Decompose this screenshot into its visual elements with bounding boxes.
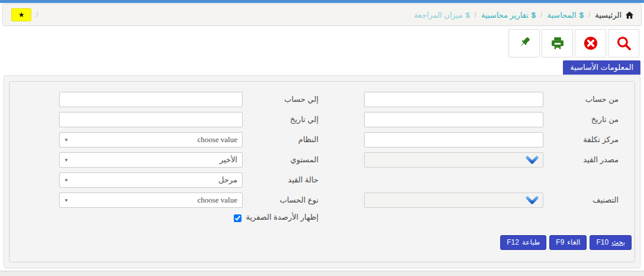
label-entry-source: مصدر القيد: [543, 155, 635, 165]
print-button[interactable]: [542, 29, 573, 57]
search-button-label: بحث: [611, 238, 625, 246]
dollar-icon: $: [465, 11, 469, 20]
cancel-f9-button[interactable]: الغاء F9: [549, 235, 587, 250]
cost-center-input[interactable]: [364, 132, 543, 147]
entry-source-dropdown[interactable]: [364, 152, 543, 168]
filter-fieldset: من حساب إلي حساب من تاريخ إلي تاريخ مركز…: [9, 81, 635, 262]
zero-balance-checkbox[interactable]: [234, 214, 242, 222]
label-to-date: إلي تاريخ: [243, 115, 364, 124]
breadcrumb-separator: /: [588, 11, 590, 19]
star-icon: ★: [18, 11, 25, 18]
chevron-down-icon: [525, 196, 539, 205]
classification-dropdown[interactable]: [364, 192, 543, 208]
account-type-select-value: choose value: [60, 195, 242, 205]
print-f12-button[interactable]: طباعة F12: [500, 235, 546, 250]
toolbar: [0, 26, 644, 60]
label-entry-status: حالة القيد: [243, 175, 364, 185]
breadcrumb-home-link[interactable]: الرئيسية: [595, 11, 634, 20]
breadcrumb-item-label: تقارير محاسبية: [481, 11, 529, 20]
account-type-select[interactable]: choose value ▼: [59, 192, 243, 208]
system-select[interactable]: choose value ▼: [59, 132, 243, 147]
system-select-value: choose value: [60, 135, 242, 145]
search-button[interactable]: [608, 29, 639, 57]
breadcrumb-item-trial-balance[interactable]: $ ميزان المراجعة: [414, 11, 469, 20]
print-button-label: طباعة: [522, 238, 540, 246]
cancel-button-key: F9: [556, 238, 564, 246]
breadcrumb-separator: /: [540, 11, 542, 19]
label-classification: التصنيف: [543, 195, 635, 205]
entry-status-select[interactable]: مرحل ▼: [59, 172, 243, 188]
chevron-down-icon: [525, 156, 539, 165]
level-select-value: الأخير: [60, 155, 242, 165]
footer-strip: [0, 271, 644, 276]
from-date-input[interactable]: [364, 112, 543, 127]
select-arrow-icon: ▼: [64, 178, 69, 183]
breadcrumb-item-label: ميزان المراجعة: [414, 11, 462, 20]
pin-button[interactable]: [508, 29, 540, 57]
tab-basic-information[interactable]: المعلومات الأساسية: [563, 60, 640, 75]
home-icon: [625, 11, 634, 20]
cancel-button-label: الغاء: [567, 238, 580, 246]
breadcrumb-item-accounting-reports[interactable]: $ تقارير محاسبية: [481, 11, 536, 20]
print-button-key: F12: [507, 238, 519, 246]
label-show-zero-balances: إظهار الأرصدة الصفرية: [243, 213, 364, 222]
favorite-button[interactable]: ★: [11, 8, 31, 21]
label-account-type: نوع الحساب: [243, 195, 364, 205]
label-to-account: إلي حساب: [243, 95, 364, 104]
select-arrow-icon: ▼: [64, 198, 69, 203]
printer-icon: [549, 35, 566, 52]
tab-strip: المعلومات الأساسية: [0, 60, 644, 75]
from-account-input[interactable]: [364, 92, 543, 107]
label-system: النظام: [243, 135, 364, 145]
to-account-input[interactable]: [59, 92, 243, 107]
search-button-key: F10: [596, 238, 608, 246]
dollar-icon: $: [532, 11, 536, 20]
filter-form: من حساب إلي حساب من تاريخ إلي تاريخ مركز…: [12, 92, 635, 222]
pin-icon: [516, 35, 533, 52]
dollar-icon: $: [579, 11, 584, 20]
breadcrumb-separator: /: [36, 11, 38, 19]
cancel-circle-icon: [582, 35, 599, 52]
breadcrumb-home-label: الرئيسية: [595, 11, 622, 20]
select-arrow-icon: ▼: [64, 137, 69, 143]
label-level: المستوي: [243, 155, 364, 165]
level-select[interactable]: الأخير ▼: [59, 152, 243, 168]
label-cost-center: مركز تكلفة: [543, 135, 635, 145]
action-buttons: بحث F10 الغاء F9 طباعة F12: [12, 235, 635, 250]
to-date-input[interactable]: [59, 112, 243, 127]
select-arrow-icon: ▼: [64, 158, 69, 163]
label-from-account: من حساب: [543, 95, 635, 104]
breadcrumb-item-label: المحاسبة: [547, 11, 576, 20]
entry-status-select-value: مرحل: [60, 175, 242, 185]
top-accent-bar: [0, 0, 644, 3]
breadcrumb: الرئيسية / $ المحاسبة / $ تقارير محاسبية…: [2, 4, 642, 26]
search-f10-button[interactable]: بحث F10: [590, 235, 632, 250]
search-icon: [616, 35, 632, 52]
filter-panel: من حساب إلي حساب من تاريخ إلي تاريخ مركز…: [4, 75, 640, 268]
breadcrumb-separator: /: [475, 11, 476, 19]
label-from-date: من تاريخ: [543, 115, 635, 124]
cancel-button[interactable]: [575, 29, 606, 57]
breadcrumb-item-accounting[interactable]: $ المحاسبة: [547, 11, 583, 20]
